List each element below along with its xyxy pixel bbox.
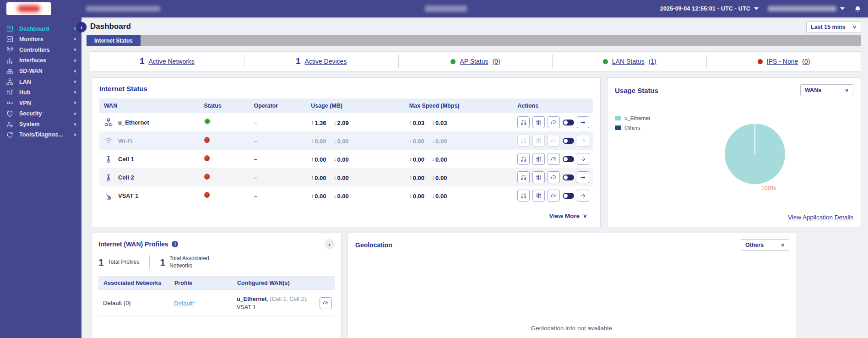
column-header-actions: Actions: [517, 103, 593, 109]
chevron-down-icon: ∨: [73, 111, 77, 116]
chevron-right-icon[interactable]: ›: [325, 239, 335, 249]
details-arrow-button[interactable]: [577, 135, 589, 147]
wan-status-down-icon: [204, 137, 210, 143]
configure-button[interactable]: [532, 135, 545, 147]
down-arrow-icon: ↓: [432, 193, 434, 199]
summary-count: 1: [296, 56, 301, 66]
sidebar-item-lan[interactable]: LAN ∨: [0, 76, 81, 87]
configure-button[interactable]: [532, 190, 545, 202]
wan-name: VSAT 1: [118, 192, 139, 199]
statistics-button[interactable]: [517, 190, 530, 202]
usage-status-title: Usage Status: [615, 87, 658, 94]
speedtest-button[interactable]: [548, 153, 560, 165]
sliders-icon: [535, 137, 542, 144]
summary-link[interactable]: LAN Status: [612, 58, 645, 65]
internet-status-title: Internet Status: [99, 85, 593, 93]
column-header-max-speed-mbps: Max Speed (Mbps): [406, 103, 518, 109]
up-arrow-icon: ↑: [409, 193, 412, 199]
wan-row-cell-1: CELLCell 1 – ↑0.00↓0.00 ↑0.00↓0.00: [99, 150, 593, 168]
tab-internet-status[interactable]: Internet Status: [87, 35, 141, 46]
summary-link[interactable]: IPS - None: [767, 58, 798, 65]
speedtest-button[interactable]: [548, 171, 560, 183]
details-arrow-button[interactable]: [577, 171, 589, 183]
summary-link[interactable]: AP Status: [460, 58, 488, 65]
geolocation-filter-select[interactable]: Others ∨: [741, 239, 789, 251]
wan-max-speed: ↑0.00↓0.00: [406, 173, 518, 181]
sidebar-item-security[interactable]: Security ∨: [0, 109, 81, 119]
tabbar: Internet Status: [87, 35, 861, 46]
user-account-menu[interactable]: [768, 6, 845, 11]
summary-count-link[interactable]: (0): [492, 58, 500, 65]
enable-toggle[interactable]: [563, 120, 574, 125]
sidebar-item-tools-diagnos[interactable]: Tools/Diagnos... ∨: [0, 130, 81, 140]
up-arrow-icon: ↑: [311, 120, 314, 126]
time-range-select[interactable]: Last 15 mins ∨: [806, 21, 861, 33]
geolocation-card: Geolocation Others ∨ Geolocation info no…: [347, 233, 797, 338]
stats-icon: [520, 156, 527, 163]
legend-swatch: [615, 116, 621, 120]
wan-row-u-ethernet: u_Ethernet – ↑1.36↓2.09 ↑0.03↓0.03: [99, 113, 593, 131]
sidebar-item-interfaces[interactable]: Interfaces ∨: [0, 55, 81, 66]
sidebar-item-dashboard[interactable]: Dashboard ∨: [0, 23, 81, 34]
configure-button[interactable]: [532, 116, 545, 128]
sidebar-item-vpn[interactable]: VPN ∨: [0, 98, 81, 108]
notification-bell-icon[interactable]: [854, 5, 862, 13]
summary-count-link[interactable]: (1): [649, 58, 656, 65]
up-arrow-icon: ↑: [409, 138, 412, 144]
svg-text:CELL: CELL: [106, 162, 111, 164]
details-arrow-button[interactable]: [577, 116, 589, 128]
wan-operator: –: [250, 156, 307, 163]
summary-count-link[interactable]: (0): [802, 58, 810, 65]
enable-toggle[interactable]: [563, 156, 574, 162]
up-arrow-icon: ↑: [409, 120, 412, 126]
statistics-button[interactable]: [517, 135, 530, 147]
profiles-stats: 1Total Profiles1Total Associated Network…: [98, 255, 335, 269]
configure-button[interactable]: [532, 153, 545, 165]
sidebar-item-system[interactable]: System ∨: [0, 119, 81, 130]
sidebar-item-monitors[interactable]: Monitors ∨: [0, 34, 81, 44]
info-icon[interactable]: i: [172, 241, 178, 247]
controllers-icon: [6, 46, 14, 54]
timezone-selector[interactable]: 2025-09-04 12:55:01 - UTC - UTC: [660, 5, 759, 12]
sidebar-item-controllers[interactable]: Controllers ∨: [0, 44, 81, 55]
enable-toggle[interactable]: [563, 138, 574, 144]
view-application-details-link[interactable]: View Application Details: [788, 214, 853, 221]
chevron-down-icon: ∨: [781, 242, 785, 247]
speedtest-button[interactable]: [548, 135, 560, 147]
wan-actions: [517, 190, 593, 202]
wan-status-down-icon: [204, 155, 210, 161]
summary-link[interactable]: Active Networks: [149, 58, 195, 65]
speedtest-button[interactable]: [320, 297, 332, 309]
system-icon: [6, 120, 14, 128]
speedtest-button[interactable]: [548, 190, 560, 202]
usage-pie-chart[interactable]: [725, 124, 785, 184]
wan-max-speed: ↑0.03↓0.03: [406, 118, 518, 126]
speedtest-button[interactable]: [548, 116, 560, 128]
summary-link[interactable]: Active Devices: [305, 58, 347, 65]
sidebar-collapse-button[interactable]: ‹: [76, 22, 87, 32]
sidebar: Dashboard ∨ Monitors ∨ Controllers ∨ Int…: [0, 17, 81, 338]
usage-filter-select[interactable]: WANs ∨: [800, 84, 853, 96]
arrow-right-icon: [580, 137, 586, 144]
column-header-profile: Profile: [174, 280, 237, 286]
enable-toggle[interactable]: [563, 193, 574, 199]
details-arrow-button[interactable]: [577, 190, 589, 202]
ethernet-icon: [104, 118, 113, 127]
profile-link[interactable]: Default*: [174, 300, 195, 307]
view-more-link[interactable]: View More ∨: [549, 212, 587, 219]
svg-text:VSAT: VSAT: [107, 198, 111, 200]
up-arrow-icon: ↑: [311, 156, 314, 163]
statistics-button[interactable]: [517, 116, 530, 128]
vpn-icon: [6, 99, 14, 107]
statistics-button[interactable]: [517, 153, 530, 165]
details-arrow-button[interactable]: [577, 153, 589, 165]
down-arrow-icon: ↓: [333, 193, 336, 199]
configure-button[interactable]: [532, 171, 545, 183]
sidebar-item-hub[interactable]: Hub ∨: [0, 87, 81, 98]
chevron-down-icon: ∨: [73, 132, 77, 137]
down-arrow-icon: ↓: [432, 156, 434, 163]
sidebar-item-sd-wan[interactable]: SD-WAN ∨: [0, 66, 81, 76]
up-arrow-icon: ↑: [311, 174, 314, 181]
enable-toggle[interactable]: [563, 174, 574, 180]
statistics-button[interactable]: [517, 171, 530, 183]
